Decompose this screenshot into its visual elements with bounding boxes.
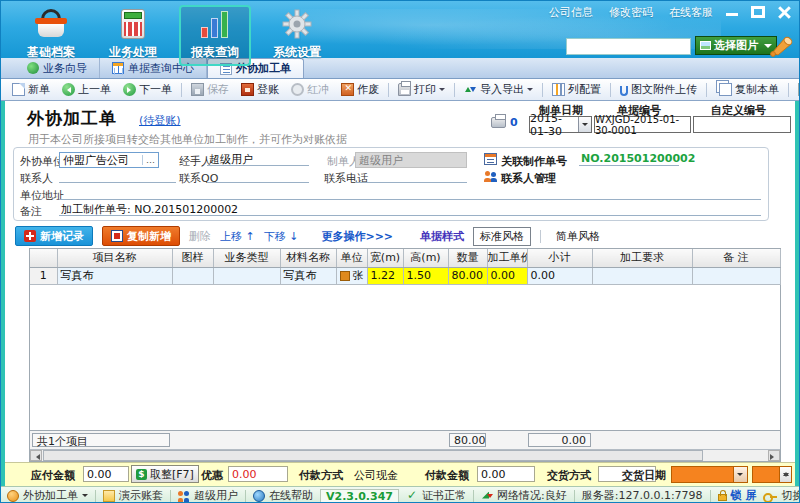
scroll-right-icon[interactable] xyxy=(768,450,780,461)
cell-unit-price[interactable]: 0.00 xyxy=(487,267,527,284)
qq-field[interactable] xyxy=(207,169,309,183)
lock-screen-button[interactable]: 锁 屏 xyxy=(718,488,757,503)
vendor-lookup-button[interactable]: … xyxy=(142,155,158,165)
save-button[interactable]: 保存 xyxy=(186,80,234,99)
paid-field[interactable]: 0.00 xyxy=(477,466,535,482)
col-width[interactable]: 宽(m) xyxy=(367,249,403,267)
delete-row-link[interactable]: 删除 xyxy=(189,229,211,244)
next-doc-button[interactable]: 下一单 xyxy=(118,80,177,99)
pay-method-field[interactable]: 公司现金 xyxy=(350,466,412,482)
maximize-button[interactable] xyxy=(751,6,765,18)
stepper-arrows-icon[interactable] xyxy=(779,467,791,482)
image-path-input[interactable] xyxy=(566,38,691,55)
separator xyxy=(710,490,711,502)
doc-menu-button[interactable]: 外协加工单 xyxy=(7,488,88,503)
cell-unit[interactable]: 张 xyxy=(336,267,367,284)
cell-project-name[interactable]: 写真布 xyxy=(57,267,172,284)
round-button[interactable]: $ 取整[F7] xyxy=(131,465,199,483)
col-biz-type[interactable]: 业务类型 xyxy=(213,249,280,267)
nav-item-reports[interactable]: 报表查询 xyxy=(179,5,251,66)
current-user-item[interactable]: 超级用户 xyxy=(178,488,238,503)
post-account-button[interactable]: 登账 xyxy=(236,80,284,99)
handler-field[interactable]: 超级用户 xyxy=(207,152,309,166)
attachment-upload-button[interactable]: 图文附件上传 xyxy=(615,80,702,99)
prev-doc-button[interactable]: 上一单 xyxy=(57,80,116,99)
switch-user-button[interactable]: 切换用户 xyxy=(763,488,800,503)
move-up-link[interactable]: 上移 ↑ xyxy=(220,229,255,244)
copy-add-button[interactable]: 复制新增 xyxy=(102,226,180,246)
address-field[interactable] xyxy=(59,186,761,200)
col-qty[interactable]: 数量 xyxy=(448,249,487,267)
copy-doc-button[interactable]: 复制本单 xyxy=(711,80,784,99)
custom-no-field[interactable] xyxy=(693,116,791,133)
make-date-select[interactable]: 2015-01-30 xyxy=(529,116,592,133)
column-config-button[interactable]: 列配置 xyxy=(547,80,606,99)
company-info-link[interactable]: 公司信息 xyxy=(549,5,593,20)
cell-requirement[interactable] xyxy=(592,267,692,284)
new-doc-button[interactable]: 新单 xyxy=(7,80,55,99)
payable-label: 应付金额 xyxy=(31,468,75,483)
cell-pattern[interactable] xyxy=(172,267,213,284)
change-password-link[interactable]: 修改密码 xyxy=(609,5,653,20)
cell-height[interactable]: 1.50 xyxy=(403,267,448,284)
cell-biz-type[interactable] xyxy=(213,267,280,284)
col-subtotal[interactable]: 小计 xyxy=(527,249,592,267)
related-doc-no[interactable]: NO.201501200002 xyxy=(579,152,679,166)
scrollbar-thumb[interactable] xyxy=(43,450,703,461)
minimize-button[interactable] xyxy=(725,6,739,18)
cell-subtotal[interactable]: 0.00 xyxy=(527,267,592,284)
window-controls xyxy=(725,6,791,18)
payable-field[interactable]: 0.00 xyxy=(83,466,129,482)
import-export-button[interactable]: 导入导出 xyxy=(459,80,538,99)
col-project-name[interactable]: 项目名称 xyxy=(57,249,172,267)
close-button[interactable] xyxy=(777,6,791,18)
red-flush-button[interactable]: 红冲 xyxy=(286,80,334,99)
col-unit-price[interactable]: 加工单价 xyxy=(487,249,527,267)
print-count-button[interactable]: 0 xyxy=(491,116,518,129)
contact-manager-link[interactable]: 联系人管理 xyxy=(501,171,556,186)
void-button[interactable]: 作废 xyxy=(336,80,384,99)
online-help-link[interactable]: 在线帮助 xyxy=(253,488,313,503)
contact-field[interactable] xyxy=(59,169,176,183)
col-unit[interactable]: 单位 xyxy=(336,249,367,267)
account-set-item[interactable]: 演示账套 xyxy=(103,488,163,503)
style-simple-option[interactable]: 简单风格 xyxy=(550,228,606,245)
note-field[interactable]: 加工制作单号: NO.201501200002 xyxy=(59,202,761,216)
move-down-link[interactable]: 下移 ↓ xyxy=(264,229,299,244)
horizontal-scrollbar[interactable] xyxy=(30,449,780,461)
col-remark[interactable]: 备 注 xyxy=(692,249,780,267)
chevron-down-icon[interactable] xyxy=(733,467,747,482)
nav-item-base-files[interactable]: 基础档案 xyxy=(15,5,87,66)
print-button[interactable]: 打印 xyxy=(393,80,450,99)
delivery-date-select[interactable] xyxy=(671,466,748,483)
row-ops-bar: 新增记录 复制新增 删除 上移 ↑ 下移 ↓ 更多操作>>> 单据样式 标准风格… xyxy=(15,225,606,247)
phone-field[interactable] xyxy=(355,169,467,183)
cell-material[interactable]: 写真布 xyxy=(280,267,336,284)
cell-width[interactable]: 1.22 xyxy=(367,267,403,284)
nav-item-business[interactable]: 业务处理 xyxy=(97,5,169,66)
pick-image-button[interactable]: 选择图片 xyxy=(695,36,777,55)
cell-remark[interactable] xyxy=(692,267,780,284)
paste-screenshot-button[interactable]: 粘贴截图 xyxy=(793,80,800,99)
horn-icon[interactable] xyxy=(769,33,795,61)
more-ops-link[interactable]: 更多操作>>> xyxy=(321,229,393,244)
separator xyxy=(540,230,541,243)
vendor-field[interactable]: 仲盟广告公司 … xyxy=(59,152,159,168)
pending-post-link[interactable]: (待登账) xyxy=(139,113,181,128)
cell-qty[interactable]: 80.00 xyxy=(448,267,487,284)
cell-rownum[interactable]: 1 xyxy=(30,267,57,284)
scroll-left-icon[interactable] xyxy=(30,450,42,461)
doc-no-field[interactable]: WXJGD-2015-01-30-0001 xyxy=(594,116,691,133)
add-record-button[interactable]: 新增记录 xyxy=(15,226,93,246)
style-standard-option[interactable]: 标准风格 xyxy=(473,227,531,246)
col-pattern[interactable]: 图样 xyxy=(172,249,213,267)
nav-item-settings[interactable]: 系统设置 xyxy=(261,5,333,66)
discount-field[interactable]: 0.00 xyxy=(228,466,288,482)
col-rownum[interactable] xyxy=(30,249,57,267)
col-requirement[interactable]: 加工要求 xyxy=(592,249,692,267)
col-height[interactable]: 高(m) xyxy=(403,249,448,267)
online-service-link[interactable]: 在线客服 xyxy=(669,5,713,20)
col-material[interactable]: 材料名称 xyxy=(280,249,336,267)
chevron-down-icon[interactable] xyxy=(578,117,591,132)
delivery-date-stepper[interactable] xyxy=(752,466,792,483)
